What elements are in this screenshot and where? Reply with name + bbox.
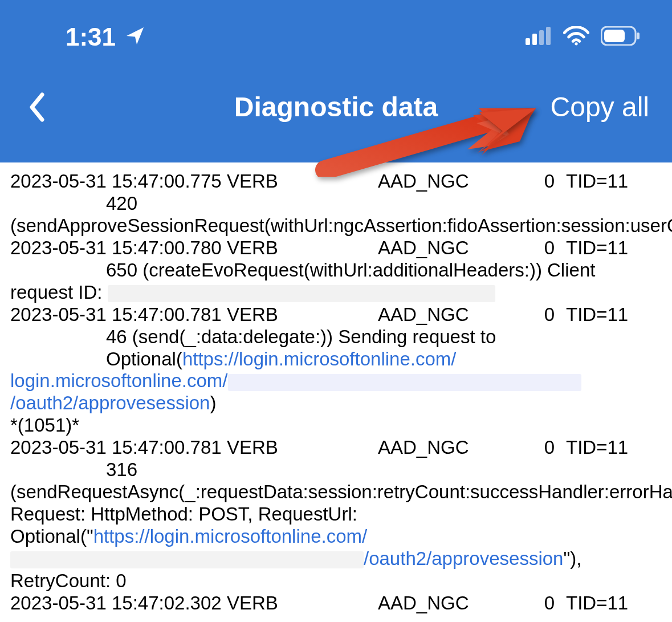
log-link[interactable]: /oauth2/approvesession	[10, 392, 210, 413]
log-timestamp: 2023-05-31 15:47:02.302	[10, 592, 227, 615]
log-row: 2023-05-31 15:47:00.781 VERB AAD_NGC 0 T…	[10, 437, 662, 459]
redacted-region	[228, 374, 581, 391]
status-time: 1:31	[66, 23, 116, 51]
svg-point-4	[575, 42, 577, 45]
log-row: 2023-05-31 15:47:00.775 VERB AAD_NGC 0 T…	[10, 170, 662, 193]
nav-bar: Diagnostic data Copy all	[0, 74, 672, 162]
log-tid: TID=11	[566, 437, 662, 459]
svg-rect-0	[526, 38, 530, 45]
log-timestamp: 2023-05-31 15:47:00.780	[10, 237, 227, 259]
log-body: (sendRequestAsync(_:requestData:session:…	[10, 481, 662, 592]
log-link[interactable]: /oauth2/approvesession	[364, 548, 563, 569]
log-tag: AAD_NGC	[378, 437, 512, 459]
log-level: VERB	[227, 237, 378, 259]
log-row: 2023-05-31 15:47:00.781 VERB AAD_NGC 0 T…	[10, 304, 662, 326]
log-tid: TID=11	[566, 304, 662, 326]
log-code: 0	[512, 592, 566, 615]
log-link[interactable]: https://login.microsoftonline.com/	[93, 526, 368, 547]
log-text: request ID:	[10, 282, 108, 303]
log-level: VERB	[227, 170, 378, 193]
log-timestamp: 2023-05-31 15:47:00.781	[10, 437, 227, 459]
svg-rect-3	[546, 27, 551, 45]
log-level: VERB	[227, 592, 378, 615]
wifi-icon	[563, 26, 589, 48]
status-right	[526, 26, 641, 48]
log-code: 0	[512, 437, 566, 459]
log-link[interactable]: https://login.microsoftonline.com/	[182, 348, 457, 369]
log-row: 2023-05-31 15:47:02.302 VERB AAD_NGC 0 T…	[10, 592, 662, 615]
battery-icon	[601, 26, 641, 48]
back-button[interactable]	[23, 90, 51, 124]
log-body: 316	[10, 459, 662, 481]
status-bar: 1:31	[0, 0, 672, 74]
log-code: 0	[512, 304, 566, 326]
log-viewer[interactable]: 2023-05-31 15:47:00.775 VERB AAD_NGC 0 T…	[0, 162, 672, 622]
log-text: 650 (createEvoRequest(withUrl:additional…	[106, 259, 595, 280]
log-level: VERB	[227, 437, 378, 459]
log-link[interactable]: login.microsoftonline.com/	[10, 370, 228, 391]
log-tag: AAD_NGC	[378, 304, 512, 326]
log-body: request ID:	[10, 282, 662, 304]
log-timestamp: 2023-05-31 15:47:00.781	[10, 304, 227, 326]
log-body: (sendApproveSessionRequest(withUrl:ngcAs…	[10, 215, 662, 237]
log-code: 0	[512, 237, 566, 259]
page-title: Diagnostic data	[234, 91, 438, 123]
svg-rect-1	[532, 34, 537, 45]
redacted-region	[10, 551, 364, 568]
log-tag: AAD_NGC	[378, 592, 512, 615]
cellular-icon	[526, 27, 552, 47]
log-level: VERB	[227, 304, 378, 326]
log-body: 650 (createEvoRequest(withUrl:additional…	[10, 259, 662, 282]
svg-rect-7	[637, 32, 640, 39]
log-body: *(1051)*	[10, 414, 662, 437]
log-tag: AAD_NGC	[378, 237, 512, 259]
location-icon	[125, 26, 145, 48]
copy-all-button[interactable]: Copy all	[551, 91, 649, 123]
log-tag: AAD_NGC	[378, 170, 512, 193]
log-body: login.microsoftonline.com//oauth2/approv…	[10, 370, 662, 414]
log-tid: TID=11	[566, 592, 662, 615]
svg-rect-2	[539, 30, 544, 45]
log-row: 2023-05-31 15:47:00.780 VERB AAD_NGC 0 T…	[10, 237, 662, 259]
log-body: 420	[10, 193, 662, 215]
log-text: )	[210, 392, 216, 413]
log-tid: TID=11	[566, 237, 662, 259]
log-timestamp: 2023-05-31 15:47:00.775	[10, 170, 227, 193]
svg-rect-6	[604, 30, 625, 42]
status-left: 1:31	[66, 23, 145, 51]
redacted-region	[108, 285, 495, 302]
log-body: 46 (send(_:data:delegate:)) Sending requ…	[10, 326, 662, 371]
log-code: 0	[512, 170, 566, 193]
log-tid: TID=11	[566, 170, 662, 193]
